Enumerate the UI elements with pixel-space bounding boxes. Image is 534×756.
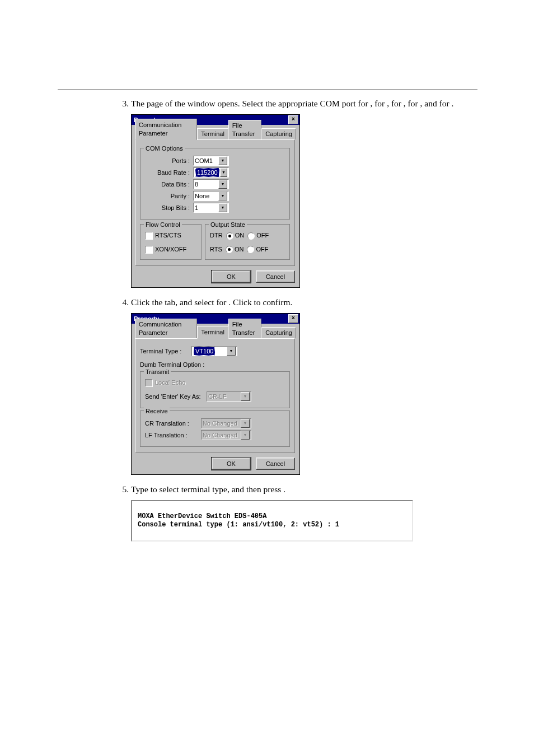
- label-rtscts: RTS/CTS: [155, 232, 181, 239]
- step-5-text: Type to select terminal type, and then p…: [131, 484, 285, 494]
- group-com-options: COM Options Ports : COM1 ▼: [140, 148, 290, 220]
- chevron-down-icon: ▼: [227, 347, 236, 356]
- close-icon[interactable]: ×: [288, 314, 298, 323]
- legend-flow: Flow Control: [144, 221, 182, 229]
- group-transmit: Transmit Local Echo Send 'Enter' Key As:…: [140, 371, 290, 408]
- select-parity[interactable]: None ▼: [193, 191, 229, 201]
- label-local-echo: Local Echo: [155, 379, 185, 386]
- label-baud: Baud Rate :: [145, 169, 193, 177]
- chevron-down-icon: ▼: [241, 392, 250, 401]
- legend-output: Output State: [209, 221, 247, 229]
- console-window: MOXA EtherDevice Switch EDS-405A Console…: [131, 500, 479, 542]
- step-4: Click the tab, and select for . Click to…: [131, 297, 479, 475]
- chevron-down-icon: ▼: [241, 419, 250, 428]
- chevron-down-icon: ▼: [218, 203, 227, 212]
- group-receive: Receive CR Translation : No Changed ▼: [140, 410, 290, 447]
- label-lf: LF Translation :: [145, 431, 201, 440]
- step-3-text: The page of the window opens. Select the…: [131, 99, 453, 108]
- chevron-down-icon: ▼: [218, 192, 227, 200]
- legend-transmit: Transmit: [144, 368, 171, 376]
- tab-capturing[interactable]: Capturing: [261, 128, 296, 139]
- label-databits: Data Bits :: [145, 180, 193, 189]
- label-cr: CR Translation :: [145, 419, 201, 428]
- rts-label: RTS: [210, 246, 222, 253]
- dialog-1-tabs: Communication Parameter Terminal File Tr…: [135, 128, 296, 139]
- legend-com-options: COM Options: [144, 144, 185, 153]
- close-icon[interactable]: ×: [288, 115, 298, 124]
- select-baud[interactable]: 115200 ▼: [193, 167, 229, 178]
- console-output: MOXA EtherDevice Switch EDS-405A Console…: [131, 500, 413, 542]
- select-stopbits[interactable]: 1 ▼: [193, 203, 229, 213]
- label-stopbits: Stop Bits :: [145, 204, 193, 212]
- ok-button[interactable]: OK: [212, 270, 251, 283]
- tab-terminal[interactable]: Terminal: [197, 128, 228, 139]
- label-send-enter: Send 'Enter' Key As:: [145, 393, 207, 401]
- legend-receive: Receive: [144, 407, 170, 416]
- select-cr: No Changed ▼: [201, 418, 251, 428]
- group-flow-control: Flow Control RTS/CTS XON/XOFF: [140, 224, 202, 260]
- content-area: The page of the window opens. Select the…: [113, 98, 479, 550]
- instruction-list: The page of the window opens. Select the…: [113, 98, 479, 542]
- dialog-1: Property × Communication Parameter Termi…: [131, 114, 479, 288]
- step-3: The page of the window opens. Select the…: [131, 98, 479, 288]
- select-lf: No Changed ▼: [201, 430, 251, 440]
- radio-dtr-off[interactable]: [247, 232, 255, 240]
- checkbox-xonxoff[interactable]: [145, 246, 153, 254]
- dialog-2: Property × Communication Parameter Termi…: [131, 313, 479, 475]
- tab-comm-param[interactable]: Communication Parameter: [135, 319, 197, 338]
- chevron-down-icon: ▼: [220, 168, 227, 177]
- console-line-1: MOXA EtherDevice Switch EDS-405A: [138, 512, 266, 520]
- chevron-down-icon: ▼: [218, 156, 227, 165]
- tab-terminal[interactable]: Terminal: [197, 326, 228, 339]
- chevron-down-icon: ▼: [218, 180, 227, 189]
- select-send-enter: CR-LF ▼: [207, 391, 251, 402]
- radio-rts-off[interactable]: [247, 246, 254, 253]
- select-databits[interactable]: 8 ▼: [193, 179, 229, 189]
- console-line-2: Console terminal type (1: ansi/vt100, 2:…: [138, 521, 339, 529]
- label-terminal-type: Terminal Type :: [140, 347, 191, 356]
- dialog-2-tabs: Communication Parameter Terminal File Tr…: [135, 327, 296, 338]
- label-ports: Ports :: [145, 157, 193, 165]
- step-4-text: Click the tab, and select for . Click to…: [131, 297, 292, 307]
- ok-button[interactable]: OK: [212, 458, 251, 470]
- select-terminal-type[interactable]: VT100 ▼: [191, 346, 237, 356]
- label-parity: Parity :: [145, 192, 193, 200]
- step-5: Type to select terminal type, and then p…: [131, 484, 479, 542]
- tab-file-transfer[interactable]: File Transfer: [228, 120, 261, 139]
- header-rule: [58, 90, 477, 90]
- dtr-label: DTR: [210, 232, 223, 239]
- radio-dtr-on[interactable]: [226, 232, 233, 240]
- select-ports[interactable]: COM1 ▼: [193, 156, 229, 166]
- group-output-state: Output State DTR ON OFF RTS: [205, 224, 290, 260]
- label-xonxoff: XON/XOFF: [155, 246, 186, 253]
- checkbox-rtscts[interactable]: [145, 232, 153, 240]
- cancel-button[interactable]: Cancel: [256, 270, 295, 283]
- tab-capturing[interactable]: Capturing: [261, 327, 296, 338]
- chevron-down-icon: ▼: [241, 431, 250, 440]
- page: The page of the window opens. Select the…: [0, 0, 534, 756]
- tab-file-transfer[interactable]: File Transfer: [228, 319, 261, 338]
- tab-comm-param[interactable]: Communication Parameter: [135, 119, 197, 140]
- radio-rts-on[interactable]: [226, 246, 233, 253]
- cancel-button[interactable]: Cancel: [256, 458, 295, 470]
- checkbox-local-echo: [145, 379, 153, 387]
